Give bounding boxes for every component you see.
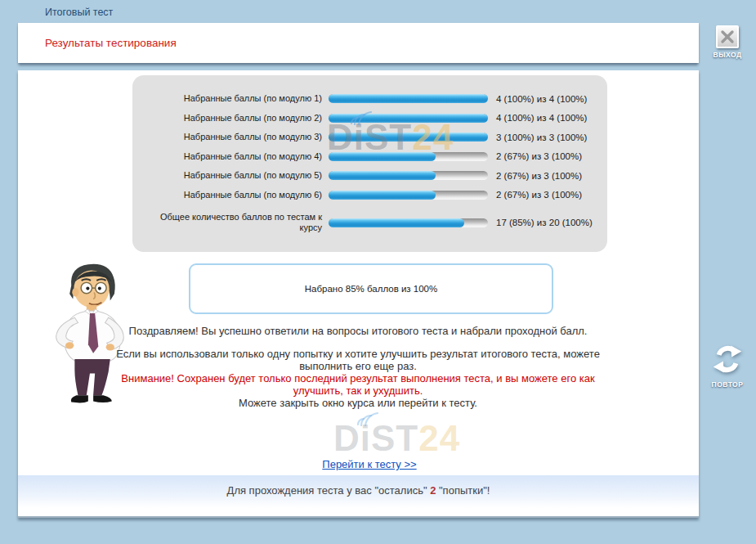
result-row-label: Набранные баллы (по модулю 1) (142, 93, 329, 104)
result-row-value: 17 (85%) из 20 (100%) (488, 218, 593, 227)
header-panel: Результаты тестирования (18, 23, 699, 63)
progress-bar-track (329, 94, 488, 103)
retry-info-text: Если вы использовали только одну попытку… (96, 348, 620, 372)
result-row: Набранные баллы (по модулю 2) 4 (100%) и… (142, 109, 601, 128)
score-summary-box: Набрано 85% баллов из 100% (189, 263, 553, 314)
score-summary-text: Набрано 85% баллов из 100% (305, 284, 438, 294)
attempts-text-before: Для прохождения теста у вас "остались" (227, 484, 431, 497)
window-title: Итоговый тест (45, 7, 113, 18)
result-row-label: Набранные баллы (по модулю 2) (142, 113, 329, 124)
progress-bar-track (329, 152, 488, 161)
warning-text: Внимание! Сохранен будет только последни… (96, 372, 620, 397)
result-row-label: Набранные баллы (по модулю 4) (142, 151, 329, 162)
results-panel: Набранные баллы (по модулю 1) 4 (100%) и… (18, 70, 699, 518)
repeat-button-label: ПОВТОР (703, 380, 752, 389)
dist24-watermark: DiST24 (333, 420, 460, 456)
progress-bar-track (329, 114, 488, 123)
close-icon[interactable] (716, 25, 739, 48)
result-row-total: Общее количество баллов по тестам к курс… (142, 206, 601, 239)
scores-summary-panel: Набранные баллы (по модулю 1) 4 (100%) и… (132, 75, 607, 252)
result-row-label: Набранные баллы (по модулю 6) (142, 190, 329, 200)
progress-bar-fill (329, 171, 436, 180)
progress-bar-track (329, 191, 488, 200)
progress-bar-fill (329, 133, 488, 142)
congrats-text: Поздравляем! Вы успешно ответили на вопр… (96, 325, 620, 337)
result-row-label: Набранные баллы (по модулю 3) (142, 132, 329, 142)
progress-bar-fill (329, 94, 488, 103)
progress-bar-fill (329, 114, 488, 123)
result-row-value: 3 (100%) из 3 (100%) (488, 133, 587, 142)
result-row-label: Набранные баллы (по модулю 5) (142, 170, 329, 181)
goto-test-link-row: Перейти к тесту >> (132, 456, 606, 471)
result-row: Набранные баллы (по модулю 1) 4 (100%) и… (142, 89, 601, 109)
watermark-text-gray: DiST (333, 418, 418, 458)
repeat-icon[interactable] (712, 344, 743, 375)
result-row-label: Общее количество баллов по тестам к курс… (142, 212, 329, 233)
result-row-value: 2 (67%) из 3 (100%) (488, 190, 582, 200)
progress-bar-fill (329, 152, 436, 161)
result-row-value: 2 (67%) из 3 (100%) (488, 171, 582, 181)
page-title: Результаты тестирования (45, 23, 177, 63)
result-row-value: 4 (100%) из 4 (100%) (488, 94, 587, 104)
goto-test-link[interactable]: Перейти к тесту >> (322, 458, 416, 470)
result-messages: Поздравляем! Вы успешно ответили на вопр… (96, 325, 620, 409)
result-row-value: 2 (67%) из 3 (100%) (488, 151, 582, 161)
progress-bar-fill (329, 218, 464, 227)
progress-bar-fill (329, 191, 436, 200)
result-row: Набранные баллы (по модулю 4) 2 (67%) из… (142, 147, 601, 167)
wifi-arcs-icon (356, 408, 380, 426)
result-row: Набранные баллы (по модулю 5) 2 (67%) из… (142, 166, 601, 186)
progress-bar-track (329, 171, 488, 180)
exit-button[interactable]: ВЫХОД (703, 25, 752, 59)
watermark-text-gold: 24 (418, 418, 460, 458)
result-row-value: 4 (100%) из 4 (100%) (488, 113, 587, 123)
attempts-footer: Для прохождения теста у вас "остались" 2… (18, 475, 699, 516)
test-results-page: { "window": { "title": "Итоговый тест" }… (0, 0, 756, 544)
progress-bar-track (329, 218, 488, 227)
exit-button-label: ВЫХОД (703, 51, 752, 59)
result-row: Набранные баллы (по модулю 3) 3 (100%) и… (142, 128, 601, 147)
result-row: Набранные баллы (по модулю 6) 2 (67%) из… (142, 186, 601, 205)
close-info-text: Можете закрыть окно курса или перейти к … (96, 397, 620, 409)
repeat-button[interactable]: ПОВТОР (703, 344, 752, 389)
attempts-text-after: "попытки"! (436, 484, 490, 497)
progress-bar-track (329, 133, 488, 142)
